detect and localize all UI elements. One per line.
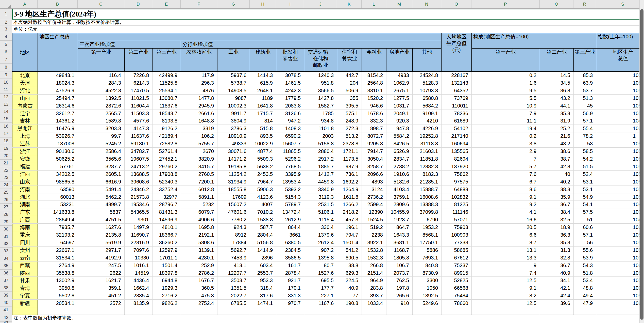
- value-cell[interactable]: [152, 307, 181, 315]
- value-cell[interactable]: 2384.5: [276, 246, 304, 254]
- value-cell[interactable]: 5738.7: [217, 79, 250, 87]
- value-cell[interactable]: 317.6: [250, 292, 276, 300]
- value-cell[interactable]: [78, 307, 125, 315]
- column-header-R[interactable]: R: [573, 0, 596, 9]
- value-cell[interactable]: 39608.6: [125, 178, 152, 186]
- value-cell[interactable]: 9887: [217, 94, 250, 102]
- value-cell[interactable]: 38.6: [540, 148, 574, 155]
- region-cell[interactable]: 云南: [12, 254, 38, 262]
- index-cell[interactable]: 106: [596, 262, 644, 269]
- index-cell[interactable]: 105: [596, 269, 644, 277]
- value-cell[interactable]: 5906.3: [250, 186, 276, 193]
- value-cell[interactable]: 135565: [442, 148, 472, 155]
- value-cell[interactable]: 1050: [413, 284, 442, 292]
- header-industry-manufacturing[interactable]: 工业: [217, 49, 250, 72]
- value-cell[interactable]: 98565.8: [38, 178, 78, 186]
- value-cell[interactable]: 227.1: [304, 292, 337, 300]
- value-cell[interactable]: 32977: [152, 193, 181, 201]
- region-cell[interactable]: [12, 307, 38, 315]
- value-cell[interactable]: 2586.4: [78, 148, 125, 155]
- value-cell[interactable]: 4810.1: [152, 224, 181, 231]
- region-cell[interactable]: 内蒙古: [12, 102, 38, 110]
- value-cell[interactable]: 9.1: [472, 193, 540, 201]
- index-cell[interactable]: 105: [596, 155, 644, 163]
- row-number-6[interactable]: 6: [0, 48, 12, 56]
- value-cell[interactable]: 59180.1: [125, 140, 152, 148]
- value-cell[interactable]: 15607.7: [276, 140, 304, 148]
- value-cell[interactable]: 953.3: [250, 277, 276, 284]
- row-number-8[interactable]: 8: [0, 64, 12, 71]
- value-cell[interactable]: 247.5: [78, 262, 125, 269]
- value-cell[interactable]: 587.7: [250, 224, 276, 231]
- value-cell[interactable]: 2670: [181, 148, 217, 155]
- unit-cell-a3[interactable]: 单位：亿元: [13, 25, 38, 33]
- value-cell[interactable]: 50625.2: [38, 155, 78, 163]
- region-cell[interactable]: 青海: [12, 284, 38, 292]
- header-by-industry[interactable]: 分行业增加值: [181, 41, 442, 49]
- value-cell[interactable]: 506.9: [337, 87, 362, 94]
- value-cell[interactable]: 2135.8: [78, 231, 125, 239]
- value-cell[interactable]: 920.3: [386, 117, 413, 125]
- value-cell[interactable]: 25494.7: [38, 94, 78, 102]
- value-cell[interactable]: 6616.9: [78, 178, 125, 186]
- column-header-G[interactable]: G: [217, 0, 250, 9]
- value-cell[interactable]: 3319: [181, 125, 217, 132]
- value-cell[interactable]: 8426.5: [386, 140, 413, 148]
- value-cell[interactable]: 49333: [217, 140, 250, 148]
- value-cell[interactable]: 5154.3: [276, 193, 304, 201]
- value-cell[interactable]: 141633.8: [38, 208, 78, 216]
- value-cell[interactable]: 9109.1: [413, 110, 442, 117]
- value-cell[interactable]: 1627.6: [78, 224, 125, 231]
- value-cell[interactable]: 110011: [442, 102, 472, 110]
- value-cell[interactable]: 54102: [442, 125, 472, 132]
- region-cell[interactable]: 北京: [12, 72, 38, 79]
- row-number-18[interactable]: 18: [0, 137, 12, 145]
- value-cell[interactable]: 43.2: [540, 94, 574, 102]
- value-cell[interactable]: 8193.8: [152, 117, 181, 125]
- region-cell[interactable]: 海南: [12, 224, 38, 231]
- header-comp-secondary[interactable]: 第二产业: [540, 49, 574, 72]
- row-number-3[interactable]: 3: [0, 25, 12, 33]
- value-cell[interactable]: 5393.2: [276, 186, 304, 193]
- value-cell[interactable]: 28649.4: [38, 216, 78, 224]
- value-cell[interactable]: 3139.1: [181, 246, 217, 254]
- value-cell[interactable]: 10.9: [472, 102, 540, 110]
- row-number-12[interactable]: 12: [0, 94, 12, 101]
- region-cell[interactable]: 山东: [12, 178, 38, 186]
- value-cell[interactable]: 6785.5: [217, 300, 250, 307]
- value-cell[interactable]: 78660: [442, 300, 472, 307]
- value-cell[interactable]: 13472.4: [276, 208, 304, 216]
- value-cell[interactable]: 1532.8: [362, 246, 386, 254]
- value-cell[interactable]: 475.3: [181, 292, 217, 300]
- value-cell[interactable]: 898.7: [362, 125, 386, 132]
- value-cell[interactable]: 36.7: [540, 262, 574, 269]
- region-cell[interactable]: 四川: [12, 239, 38, 246]
- value-cell[interactable]: 35.3: [540, 239, 574, 246]
- value-cell[interactable]: 395.5: [337, 102, 362, 110]
- value-cell[interactable]: 519.2: [362, 224, 386, 231]
- row-number-25[interactable]: 25: [0, 189, 12, 196]
- value-cell[interactable]: 54.1: [574, 201, 596, 208]
- value-cell[interactable]: 5158.8: [304, 140, 337, 148]
- value-cell[interactable]: 890.5: [337, 254, 362, 262]
- value-cell[interactable]: 2049.1: [386, 110, 413, 117]
- value-cell[interactable]: 24346.2: [125, 186, 152, 193]
- value-cell[interactable]: 60.6: [574, 224, 596, 231]
- value-cell[interactable]: 6944.8: [152, 277, 181, 284]
- region-cell[interactable]: 上海: [12, 132, 38, 140]
- value-cell[interactable]: 32.5: [540, 216, 574, 224]
- value-cell[interactable]: 964.9: [362, 277, 386, 284]
- value-cell[interactable]: 4906.6: [181, 216, 217, 224]
- region-cell[interactable]: 浙江: [12, 148, 38, 155]
- value-cell[interactable]: 64352: [442, 87, 472, 94]
- value-cell[interactable]: 1582.7: [304, 102, 337, 110]
- value-cell[interactable]: 7.6: [472, 170, 540, 178]
- value-cell[interactable]: 11.1: [472, 117, 540, 125]
- value-cell[interactable]: 252.9: [181, 262, 217, 269]
- value-cell[interactable]: 1427.8: [304, 94, 337, 102]
- row-number-10[interactable]: 10: [0, 79, 12, 86]
- value-cell[interactable]: 18366.7: [152, 231, 181, 239]
- value-cell[interactable]: 3415.7: [181, 163, 217, 170]
- value-cell[interactable]: 1379.6: [304, 231, 337, 239]
- value-cell[interactable]: 0.2: [472, 72, 540, 79]
